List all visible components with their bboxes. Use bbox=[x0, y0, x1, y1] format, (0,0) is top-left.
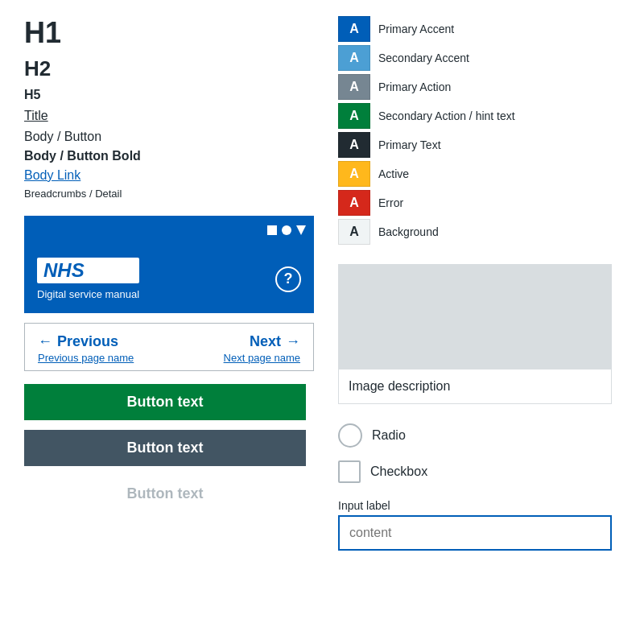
image-placeholder bbox=[339, 265, 611, 369]
body-link[interactable]: Body Link bbox=[24, 168, 338, 183]
pagination-block: Previous Previous page name Next Next pa… bbox=[24, 323, 314, 371]
right-column: APrimary AccentASecondary AccentAPrimary… bbox=[338, 16, 628, 560]
image-description: Image description bbox=[339, 369, 611, 403]
color-swatch-list: APrimary AccentASecondary AccentAPrimary… bbox=[338, 16, 628, 245]
swatch-box-secondary-action: A bbox=[338, 103, 370, 129]
heading-h5: H5 bbox=[24, 88, 338, 102]
left-column: H1 H2 H5 Title Body / Button Body / Butt… bbox=[24, 16, 338, 512]
text-input[interactable] bbox=[338, 515, 612, 551]
top-bar-square-icon bbox=[267, 225, 277, 235]
pagination-top: Previous Previous page name Next Next pa… bbox=[25, 324, 313, 370]
checkbox-input[interactable] bbox=[338, 460, 361, 483]
heading-h2: H2 bbox=[24, 56, 338, 81]
title-text: Title bbox=[24, 109, 338, 123]
swatch-row-primary-action: APrimary Action bbox=[338, 74, 628, 100]
radio-row[interactable]: Radio bbox=[338, 423, 628, 448]
swatch-label-secondary-accent: Secondary Accent bbox=[378, 52, 469, 64]
swatch-label-error: Error bbox=[378, 196, 403, 209]
previous-page-name[interactable]: Previous page name bbox=[38, 352, 134, 364]
radio-label: Radio bbox=[372, 428, 406, 443]
arrow-right-icon bbox=[286, 333, 300, 350]
next-link[interactable]: Next bbox=[250, 333, 300, 350]
next-page-name[interactable]: Next page name bbox=[224, 352, 300, 364]
swatch-row-background: ABackground bbox=[338, 219, 628, 245]
swatch-box-primary-text: A bbox=[338, 132, 370, 158]
heading-h1: H1 bbox=[24, 16, 338, 50]
swatch-label-active: Active bbox=[378, 167, 409, 180]
swatch-row-error: AError bbox=[338, 190, 628, 216]
help-icon[interactable]: ? bbox=[275, 266, 301, 292]
image-card: Image description bbox=[338, 264, 612, 404]
swatch-box-error: A bbox=[338, 190, 370, 216]
secondary-button[interactable]: Button text bbox=[24, 430, 306, 466]
nhs-digital-label: Digital service manual bbox=[37, 288, 139, 300]
breadcrumbs-text: Breadcrumbs / Detail bbox=[24, 188, 338, 200]
body-button-bold-text: Body / Button Bold bbox=[24, 149, 338, 163]
swatch-box-active: A bbox=[338, 161, 370, 187]
swatch-row-secondary-action: ASecondary Action / hint text bbox=[338, 103, 628, 129]
swatch-label-background: Background bbox=[378, 225, 439, 238]
input-label: Input label bbox=[338, 499, 628, 512]
swatch-label-primary-action: Primary Action bbox=[378, 80, 451, 93]
input-section: Input label bbox=[338, 499, 628, 551]
swatch-row-secondary-accent: ASecondary Accent bbox=[338, 45, 628, 71]
previous-label: Previous bbox=[57, 333, 118, 350]
radio-button[interactable] bbox=[338, 423, 362, 448]
swatch-row-primary-text: APrimary Text bbox=[338, 132, 628, 158]
swatch-row-active: AActive bbox=[338, 161, 628, 187]
nhs-header-block: NHS Digital service manual ? bbox=[24, 216, 314, 313]
swatch-row-primary-accent: APrimary Accent bbox=[338, 16, 628, 42]
next-label: Next bbox=[250, 333, 281, 350]
nhs-logo-badge: NHS bbox=[37, 258, 139, 283]
swatch-box-secondary-accent: A bbox=[338, 45, 370, 71]
arrow-left-icon bbox=[38, 333, 52, 350]
pagination-next[interactable]: Next Next page name bbox=[224, 333, 300, 364]
checkbox-label: Checkbox bbox=[370, 464, 427, 479]
previous-link[interactable]: Previous bbox=[38, 333, 134, 350]
top-bar-triangle-icon bbox=[296, 225, 306, 235]
body-button-text: Body / Button bbox=[24, 130, 338, 144]
checkbox-row[interactable]: Checkbox bbox=[338, 460, 628, 483]
swatch-box-primary-accent: A bbox=[338, 16, 370, 42]
nhs-header-blue: NHS Digital service manual ? bbox=[24, 245, 314, 313]
nhs-logo-box: NHS Digital service manual bbox=[37, 258, 139, 300]
pagination-previous[interactable]: Previous Previous page name bbox=[38, 333, 134, 364]
swatch-label-primary-accent: Primary Accent bbox=[378, 23, 454, 35]
swatch-box-background: A bbox=[338, 219, 370, 245]
primary-button[interactable]: Button text bbox=[24, 384, 306, 420]
top-bar-circle-icon bbox=[282, 225, 291, 235]
swatch-box-primary-action: A bbox=[338, 74, 370, 100]
ghost-button: Button text bbox=[24, 476, 306, 512]
swatch-label-secondary-action: Secondary Action / hint text bbox=[378, 109, 515, 122]
nhs-top-bar bbox=[24, 216, 314, 245]
swatch-label-primary-text: Primary Text bbox=[378, 138, 441, 151]
